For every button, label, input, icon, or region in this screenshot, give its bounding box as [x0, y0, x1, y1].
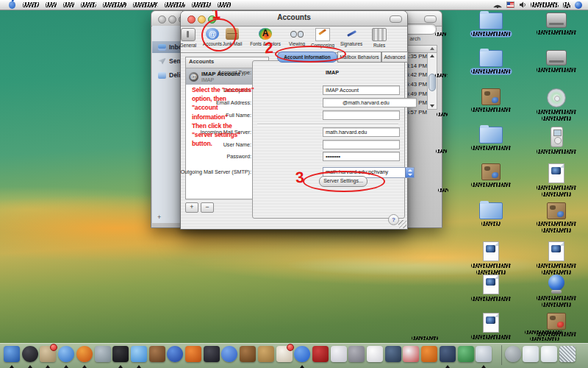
menu-item-redacted[interactable]: [63, 2, 75, 7]
desktop-icon-document[interactable]: [466, 313, 516, 339]
desktop-icon-drive[interactable]: [531, 50, 581, 72]
dock-icon-terminal[interactable]: [112, 346, 129, 362]
dock-icon-textedit[interactable]: [367, 346, 383, 362]
dock-icon-chart-app[interactable]: [458, 346, 474, 362]
dock-icon-app-x-tool[interactable]: [385, 346, 401, 362]
mail-close-button[interactable]: [158, 15, 166, 24]
dock-icon-ichat[interactable]: [131, 346, 147, 362]
menu-item-redacted[interactable]: [218, 2, 232, 7]
scroll-down-arrow-icon[interactable]: [430, 105, 434, 107]
dock-icon-window-folder[interactable]: [541, 346, 557, 362]
dock-icon-mail[interactable]: [40, 346, 56, 362]
desktop-icon-drive[interactable]: [531, 13, 581, 35]
dock-icon-finder[interactable]: [4, 346, 20, 362]
cd-icon: [547, 88, 566, 107]
dock-icon-trash[interactable]: [559, 346, 576, 362]
dock-icon-calendar[interactable]: [276, 346, 293, 362]
dock-icon-documents-stack[interactable]: [523, 346, 539, 362]
menu-item-redacted[interactable]: [165, 2, 186, 7]
sort-arrow-icon: [430, 47, 434, 50]
desktop-icon-document[interactable]: [466, 275, 516, 301]
volume-icon[interactable]: [519, 1, 526, 8]
folder-icon: [479, 127, 503, 144]
description-field[interactable]: IMAP Account: [323, 85, 400, 95]
dock-icon-app-gray-pouch[interactable]: [348, 346, 365, 362]
dock-icon-app-gray-hand[interactable]: [95, 346, 111, 362]
user-name-field[interactable]: [323, 140, 400, 149]
wifi-icon[interactable]: [493, 1, 502, 8]
toolbar-item-rules[interactable]: Rules: [363, 28, 395, 48]
dock-icon-dashboard[interactable]: [22, 346, 38, 362]
dock-icon-app-package[interactable]: [258, 346, 274, 362]
smtp-label: Outgoing Mail Server (SMTP):: [181, 169, 251, 175]
running-indicator-icon: [118, 365, 123, 368]
toolbar-pill-button[interactable]: [390, 15, 402, 23]
desktop-icon-document[interactable]: [466, 241, 516, 275]
dock-icon-app-red-book[interactable]: [312, 346, 329, 362]
desktop-icon-document[interactable]: [531, 241, 581, 275]
dock-icon-calculator[interactable]: [403, 346, 419, 362]
desktop-icon-folder[interactable]: [466, 13, 516, 36]
dock-icon-app-orange[interactable]: [185, 346, 201, 362]
desktop-icon-document[interactable]: [531, 163, 581, 197]
message-list-scrollbar[interactable]: [427, 52, 437, 110]
apple-menu-icon[interactable]: [9, 1, 15, 9]
email-address-field[interactable]: @math.harvard.edu: [323, 98, 417, 107]
add-account-button[interactable]: +: [185, 202, 198, 213]
remove-account-button[interactable]: −: [201, 202, 214, 213]
help-button[interactable]: ?: [388, 214, 399, 225]
dock-icon-app-black-star[interactable]: [204, 346, 220, 362]
mail-add-mailbox-button[interactable]: +: [157, 213, 161, 221]
redacted-icon-label: [471, 263, 511, 268]
scroll-up-arrow-icon[interactable]: [430, 54, 434, 57]
desktop-icon-folder[interactable]: [466, 127, 516, 150]
tab-advanced[interactable]: Advanced: [381, 52, 408, 63]
redacted-status-item: [563, 2, 570, 8]
dock-icon-firefox[interactable]: [76, 346, 93, 362]
fonts-icon: A: [259, 28, 272, 40]
menu-item-redacted[interactable]: [103, 2, 127, 7]
composing-icon: [315, 28, 330, 41]
dock-icon-safari[interactable]: [58, 346, 74, 362]
full-name-field[interactable]: [323, 110, 400, 120]
menu-item-redacted[interactable]: [23, 2, 40, 7]
dock-icon-app-blue-cd[interactable]: [221, 346, 237, 362]
menu-item-redacted[interactable]: [133, 2, 159, 7]
annotation-number-3: 3: [295, 169, 304, 187]
desktop-icon-package[interactable]: [466, 163, 516, 187]
menu-bar: [0, 0, 588, 10]
password-field[interactable]: ••••••••: [323, 152, 400, 161]
desktop-icon-package[interactable]: [531, 202, 581, 233]
menu-item-redacted[interactable]: [46, 2, 57, 7]
viewing-icon: [290, 28, 304, 40]
redacted-text-fragment: [438, 188, 448, 192]
mail-toolbar-pill-button[interactable]: [424, 15, 437, 23]
toolbar-item-composing[interactable]: Composing: [306, 28, 339, 48]
account-type-value: IMAP: [326, 69, 339, 76]
dock-icon-system-preferences[interactable]: [331, 346, 347, 362]
input-flag-icon[interactable]: [506, 1, 514, 8]
dock-icon-app-brown[interactable]: [149, 346, 165, 362]
dock-icon-garageband[interactable]: [240, 346, 256, 362]
spotlight-orb-icon[interactable]: [575, 1, 582, 9]
dock-icon-app-blue-disc[interactable]: [167, 346, 183, 362]
dock-icon-quicktime[interactable]: [294, 346, 310, 362]
desktop-icon-cd[interactable]: [531, 88, 581, 121]
desktop-icon-package[interactable]: [466, 88, 516, 112]
dock-icon-app-gray-disc[interactable]: [505, 346, 521, 362]
desktop-icon-ipod[interactable]: [531, 127, 581, 154]
mail-minimize-button[interactable]: [168, 15, 176, 24]
desktop-icon-orb[interactable]: [531, 275, 581, 307]
menu-item-redacted[interactable]: [81, 2, 97, 7]
dock-icon-ink-app[interactable]: [440, 346, 456, 362]
desktop-icon-folder[interactable]: [466, 50, 516, 74]
menu-item-redacted[interactable]: [192, 2, 212, 7]
running-indicator-icon: [300, 365, 304, 368]
package-icon: [547, 202, 566, 219]
dock-icon-photo-app[interactable]: [476, 346, 492, 362]
resize-grip[interactable]: [398, 220, 406, 228]
incoming-server-field[interactable]: math.harvard.edu: [323, 127, 400, 137]
dock-icon-keynote[interactable]: [421, 346, 437, 362]
desktop-icon-folder[interactable]: [466, 202, 516, 226]
running-indicator-icon: [10, 365, 14, 368]
